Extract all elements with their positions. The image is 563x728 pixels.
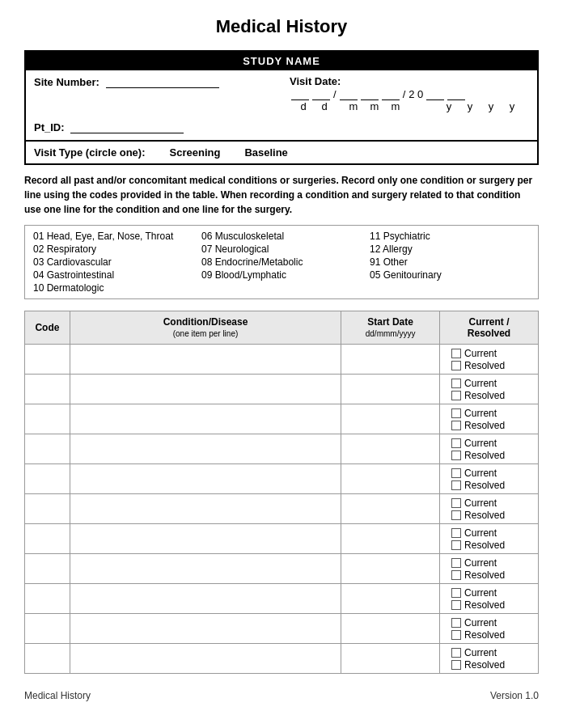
row-7-resolved-row[interactable]: Resolved — [443, 540, 535, 551]
row-9-current-checkbox[interactable] — [451, 588, 461, 598]
row-9-resolved-row[interactable]: Resolved — [443, 599, 535, 611]
dl-d2: d — [315, 100, 333, 112]
row-3-code[interactable] — [25, 404, 70, 434]
date-top: / / 2 0 — [290, 87, 523, 100]
row-3-current-row[interactable]: Current — [443, 408, 535, 419]
date-m2[interactable] — [361, 87, 379, 100]
row-11-code[interactable] — [25, 644, 70, 674]
row-5-code[interactable] — [25, 464, 70, 494]
row-8-resolved-row[interactable]: Resolved — [443, 569, 535, 581]
row-9-condition[interactable] — [70, 584, 341, 614]
row-8-condition[interactable] — [70, 554, 341, 584]
date-y3[interactable] — [426, 87, 444, 100]
row-6-resolved-checkbox[interactable] — [451, 510, 461, 520]
row-9-code[interactable] — [25, 584, 70, 614]
row-10-condition[interactable] — [70, 614, 341, 644]
row-5-current-checkbox[interactable] — [451, 468, 461, 478]
row-3-resolved-row[interactable]: Resolved — [443, 420, 535, 431]
row-6-current-row[interactable]: Current — [443, 497, 535, 509]
date-d1[interactable] — [291, 87, 309, 100]
row-1-startdate[interactable] — [341, 345, 440, 375]
row-2-code[interactable] — [25, 375, 70, 404]
row-10-resolved-row[interactable]: Resolved — [443, 629, 535, 641]
row-1-code[interactable] — [25, 345, 70, 375]
row-7-resolved-checkbox[interactable] — [451, 540, 461, 550]
table-row: CurrentResolved — [25, 584, 539, 614]
row-11-resolved-checkbox[interactable] — [451, 660, 461, 670]
row-8-current-checkbox[interactable] — [451, 558, 461, 568]
site-number-field[interactable] — [106, 75, 219, 88]
row-4-condition[interactable] — [70, 434, 341, 464]
row-5-condition[interactable] — [70, 464, 341, 494]
table-row: CurrentResolved — [25, 404, 539, 434]
row-8-current-row[interactable]: Current — [443, 557, 535, 569]
date-m3[interactable] — [382, 87, 400, 100]
row-4-resolved-checkbox[interactable] — [451, 451, 461, 460]
pt-id-field[interactable] — [70, 121, 184, 133]
row-11-resolved-row[interactable]: Resolved — [443, 659, 535, 671]
row-7-current-row[interactable]: Current — [443, 527, 535, 539]
row-9-startdate[interactable] — [341, 584, 440, 614]
row-6-code[interactable] — [25, 494, 70, 524]
row-2-current-checkbox[interactable] — [451, 379, 461, 388]
row-6-startdate[interactable] — [341, 494, 440, 524]
row-4-current-checkbox[interactable] — [451, 438, 461, 448]
visit-option-screening[interactable]: Screening — [170, 146, 221, 159]
row-7-code[interactable] — [25, 524, 70, 554]
row-1-current-row[interactable]: Current — [443, 348, 535, 359]
row-3-current-checkbox[interactable] — [451, 408, 461, 418]
row-4-code[interactable] — [25, 434, 70, 464]
row-6-resolved-row[interactable]: Resolved — [443, 510, 535, 521]
date-year-prefix: 2 0 — [408, 88, 423, 100]
row-2-resolved-row[interactable]: Resolved — [443, 390, 535, 401]
row-1-current-checkbox[interactable] — [451, 349, 461, 358]
row-4-resolved-row[interactable]: Resolved — [443, 450, 535, 461]
date-y4[interactable] — [447, 87, 465, 100]
row-10-current-row[interactable]: Current — [443, 617, 535, 629]
row-7-condition[interactable] — [70, 524, 341, 554]
row-2-condition[interactable] — [70, 375, 341, 404]
date-d2[interactable] — [312, 87, 330, 100]
row-8-resolved-checkbox[interactable] — [451, 570, 461, 580]
row-2-startdate[interactable] — [341, 375, 440, 404]
row-8-startdate[interactable] — [341, 554, 440, 584]
row-2-resolved-checkbox[interactable] — [451, 391, 461, 400]
visit-option-baseline[interactable]: Baseline — [244, 146, 287, 159]
row-3-current-resolved: CurrentResolved — [440, 404, 539, 434]
row-8-code[interactable] — [25, 554, 70, 584]
row-10-current-label: Current — [464, 617, 497, 629]
row-9-resolved-checkbox[interactable] — [451, 600, 461, 610]
row-5-startdate[interactable] — [341, 464, 440, 494]
row-11-current-row[interactable]: Current — [443, 647, 535, 658]
row-7-current-checkbox[interactable] — [451, 528, 461, 538]
row-6-current-checkbox[interactable] — [451, 498, 461, 508]
row-11-condition[interactable] — [70, 644, 341, 674]
row-3-resolved-checkbox[interactable] — [451, 421, 461, 430]
date-m1[interactable] — [340, 87, 358, 100]
row-10-resolved-checkbox[interactable] — [451, 630, 461, 640]
row-4-startdate[interactable] — [341, 434, 440, 464]
table-row: CurrentResolved — [25, 375, 539, 404]
row-1-resolved-checkbox[interactable] — [451, 361, 461, 370]
date-group: / / 2 0 d d m m — [290, 87, 523, 112]
row-3-startdate[interactable] — [341, 404, 440, 434]
row-5-current-row[interactable]: Current — [443, 468, 535, 479]
row-4-current-row[interactable]: Current — [443, 438, 535, 449]
row-3-condition[interactable] — [70, 404, 341, 434]
row-10-current-checkbox[interactable] — [451, 618, 461, 628]
row-5-resolved-row[interactable]: Resolved — [443, 480, 535, 491]
code-10: 10 Dermatologic — [33, 282, 193, 294]
row-9-current-row[interactable]: Current — [443, 587, 535, 599]
row-1-resolved-row[interactable]: Resolved — [443, 360, 535, 371]
row-6-condition[interactable] — [70, 494, 341, 524]
row-7-startdate[interactable] — [341, 524, 440, 554]
row-1-condition[interactable] — [70, 345, 341, 375]
row-5-resolved-checkbox[interactable] — [451, 480, 461, 490]
row-11-current-checkbox[interactable] — [451, 648, 461, 658]
row-2-current-row[interactable]: Current — [443, 378, 535, 389]
row-11-startdate[interactable] — [341, 644, 440, 674]
row-7-resolved-label: Resolved — [464, 540, 505, 551]
row-8-resolved-label: Resolved — [464, 569, 505, 581]
row-10-startdate[interactable] — [341, 614, 440, 644]
row-10-code[interactable] — [25, 614, 70, 644]
